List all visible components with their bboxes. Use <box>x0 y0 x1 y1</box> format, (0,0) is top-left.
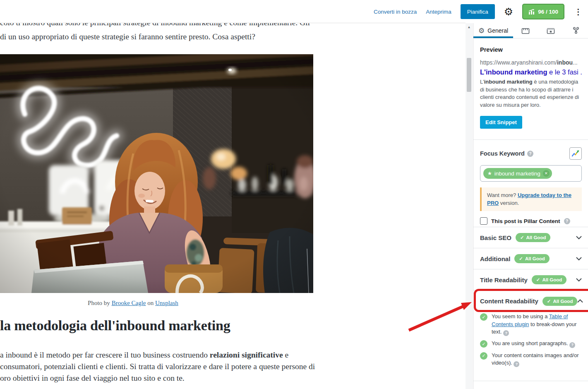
check-text: You are using short paragraphs. <box>492 340 568 346</box>
serp-url-ellipsis: ... <box>573 59 578 66</box>
status-badge: ✓All Good <box>514 254 550 263</box>
convert-to-draft-link[interactable]: Converti in bozza <box>374 9 417 15</box>
help-icon[interactable]: ? <box>569 342 575 348</box>
help-icon[interactable]: ? <box>503 330 509 336</box>
notice-text: version. <box>499 200 519 206</box>
pillar-content-checkbox[interactable] <box>480 217 487 225</box>
editor-toolbar: Converti in bozza Anteprima Pianifica ⚙ … <box>0 0 588 23</box>
google-trends-button[interactable] <box>569 147 582 160</box>
pillar-content-row: This post is Pillar Content ? <box>480 217 582 225</box>
preview-heading: Preview <box>480 46 582 53</box>
scrollbar-up-arrow[interactable]: ▲ <box>466 24 473 31</box>
accordion-label: Title Readability <box>480 276 528 283</box>
status-text: All Good <box>525 256 545 261</box>
tab-schema[interactable] <box>538 23 564 38</box>
accordion-title-readability[interactable]: Title Readability ✓All Good <box>473 269 588 290</box>
primary-keyword-star-icon: ★ <box>487 170 492 176</box>
schedule-button[interactable]: Pianifica <box>461 4 495 19</box>
scrollbar-thumb[interactable] <box>467 58 471 92</box>
serp-desc-keyword: inbound marketing <box>484 79 533 85</box>
advanced-tray-icon <box>521 27 530 34</box>
help-icon[interactable]: ? <box>564 218 570 224</box>
accordion-additional[interactable]: Additional ✓All Good <box>473 248 588 269</box>
seo-score-badge[interactable]: 96 / 100 <box>522 4 564 19</box>
chevron-up-icon <box>577 299 583 303</box>
status-badge: ✓All Good <box>516 233 551 242</box>
tab-general[interactable]: ⚙ General <box>473 23 513 38</box>
serp-description: L'inbound marketing è una metodologia di… <box>480 78 583 109</box>
featured-image[interactable] <box>0 54 313 293</box>
social-share-icon <box>572 27 580 34</box>
schema-star-box-icon <box>547 27 555 34</box>
serp-preview-section: Preview https://www.aryanshirani.com/inb… <box>473 38 588 129</box>
caption-author-link[interactable]: Brooke Cagle <box>112 300 146 306</box>
serp-title-rest: e le 3 fasi ... <box>547 68 582 76</box>
tab-social[interactable] <box>563 23 588 38</box>
status-badge: ✓All Good <box>532 275 567 284</box>
upgrade-notice: Want more? Upgrade today to the PRO vers… <box>480 187 582 211</box>
edit-snippet-button[interactable]: Edit Snippet <box>480 116 522 129</box>
serp-desc-text: L' <box>480 79 484 85</box>
readability-check: ✓ Your content contains images and/or vi… <box>480 352 582 367</box>
accordion-label: Content Readability <box>480 298 538 305</box>
accordion-content-readability[interactable]: Content Readability ✓All Good <box>473 290 588 312</box>
more-options-kebab-icon[interactable]: ⋮ <box>574 7 583 17</box>
help-icon[interactable]: ? <box>514 361 519 367</box>
chevron-down-icon <box>576 236 582 240</box>
serp-url-keyword: inbou <box>557 59 573 66</box>
paragraph-text: e <box>283 351 289 359</box>
check-text: Your content contains images and/or vide… <box>492 352 579 366</box>
post-paragraph-line: oro obiettivi in ogni fase del viaggio n… <box>0 373 185 384</box>
accordion-basic-seo[interactable]: Basic SEO ✓All Good <box>473 227 588 248</box>
readability-check: ✓ You seem to be using a Table of Conten… <box>480 313 582 336</box>
accordion-label: Additional <box>480 255 510 262</box>
preview-link[interactable]: Anteprima <box>426 9 451 15</box>
status-text: All Good <box>542 277 562 282</box>
keyword-pill: ★ inbound marketing ✕ <box>483 168 552 179</box>
serp-url: https://www.aryanshirani.com/inbou... <box>480 59 582 66</box>
settings-gear-icon[interactable]: ⚙ <box>504 7 513 17</box>
caption-source-link[interactable]: Unsplash <box>155 300 178 306</box>
chevron-down-icon <box>576 257 582 261</box>
tab-advanced[interactable] <box>513 23 538 38</box>
readability-checklist: ✓ You seem to be using a Table of Conten… <box>473 313 588 371</box>
serp-url-prefix: https://www.aryanshirani.com/ <box>480 59 557 66</box>
pillar-content-label: This post is Pillar Content <box>491 218 560 224</box>
check-icon: ✓ <box>536 277 540 283</box>
serp-title-keyword: L'inbound marketing <box>480 68 547 76</box>
post-paragraph-line: consumatori, potenziali clienti e client… <box>0 361 315 372</box>
serp-title: L'inbound marketing e le 3 fasi ... <box>480 68 582 76</box>
cafe-photo-illustration <box>0 54 313 293</box>
accordion-label: Basic SEO <box>480 234 511 241</box>
status-text: All Good <box>553 299 573 304</box>
status-badge: ✓All Good <box>542 297 578 306</box>
focus-keyword-input[interactable]: ★ inbound marketing ✕ <box>480 165 582 182</box>
trends-chart-icon <box>571 149 580 158</box>
notice-text: Want more? <box>487 192 518 198</box>
sidebar-tabs: ⚙ General <box>473 23 588 38</box>
passed-check-icon: ✓ <box>480 340 487 348</box>
chevron-down-icon <box>576 278 582 282</box>
seo-sidebar: ⚙ General Preview https://www.aryanshira… <box>473 23 588 389</box>
keyword-text: inbound marketing <box>494 170 540 177</box>
help-icon[interactable]: ? <box>527 151 533 157</box>
check-icon: ✓ <box>520 235 524 240</box>
readability-check: ✓ You are using short paragraphs. ? <box>480 340 582 348</box>
general-gear-icon: ⚙ <box>478 27 485 34</box>
remove-keyword-icon[interactable]: ✕ <box>543 170 550 177</box>
post-editor-canvas: colo ti mostro quali sono le principali … <box>0 0 466 389</box>
section-divider <box>473 381 588 381</box>
check-icon: ✓ <box>547 298 551 304</box>
focus-keyword-label: Focus Keyword <box>480 150 525 157</box>
score-value: 96 / 100 <box>538 9 558 15</box>
caption-text: on <box>146 300 156 306</box>
focus-keyword-section: Focus Keyword ? ★ inbound marketing ✕ Wa… <box>473 140 588 225</box>
check-text: You seem to be using a <box>492 313 549 319</box>
image-caption: Photo by Brooke Cagle on Unsplash <box>0 300 266 307</box>
passed-check-icon: ✓ <box>480 313 487 321</box>
passed-check-icon: ✓ <box>480 352 487 360</box>
post-paragraph-line: di un uso appropriato di queste strategi… <box>0 31 255 42</box>
tab-general-label: General <box>487 27 508 34</box>
post-paragraph-line: a inbound è il metodo per far crescere i… <box>0 350 288 360</box>
caption-text: Photo by <box>88 300 112 306</box>
